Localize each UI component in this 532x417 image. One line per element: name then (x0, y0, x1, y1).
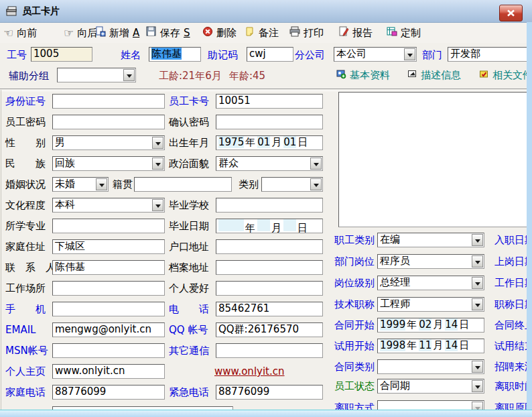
chevron-down-icon[interactable] (310, 158, 322, 170)
window-border-bottom (0, 410, 532, 417)
grade-select[interactable]: 总经理 (377, 276, 484, 290)
political-select[interactable]: 群众 (216, 156, 323, 171)
chevron-down-icon[interactable] (472, 380, 483, 392)
password-field[interactable] (52, 115, 165, 129)
chevron-down-icon[interactable] (472, 277, 483, 289)
home-address-field[interactable]: 下城区 (52, 239, 165, 254)
aux-group-select[interactable] (57, 68, 136, 82)
school-label: 毕业学校 (169, 198, 209, 213)
birth-date-field[interactable]: 1975年01月01日 (216, 135, 323, 150)
grad-year[interactable] (218, 219, 244, 231)
email-label: EMAIL (5, 322, 36, 337)
forward-button[interactable]: ☜ 向前 (3, 25, 37, 41)
customize-grid-icon (387, 26, 397, 40)
homepage-field[interactable]: www.onlyit.cn (52, 364, 165, 379)
chevron-down-icon[interactable] (152, 137, 163, 149)
backward-button[interactable]: ☞ 向后 (64, 25, 97, 41)
homepage-hyperlink[interactable]: www.onlyit.cn (214, 365, 285, 377)
mobile-field[interactable] (52, 302, 165, 316)
school-field[interactable] (216, 198, 323, 213)
related-files-link[interactable]: 相关文件 (479, 68, 532, 82)
ethnic-select[interactable]: 回族 (52, 156, 165, 171)
print-button[interactable]: 打印 (289, 25, 324, 41)
major-field[interactable] (52, 219, 165, 233)
new-record-icon (95, 26, 106, 40)
emp-no-field[interactable]: 1005 (31, 47, 92, 62)
basic-info-link[interactable]: 基本资料 (336, 68, 390, 82)
other-comm-field[interactable] (216, 343, 323, 358)
grad-date-field[interactable]: 年月日 (216, 219, 323, 233)
description-label: 描述信息 (421, 69, 461, 82)
staff-type-select[interactable]: 在编 (377, 233, 484, 247)
probation-start-field[interactable]: 1998年11月14日 (377, 339, 484, 353)
dept-field[interactable]: 开发部 (448, 47, 531, 62)
description-link[interactable]: 描述信息 (407, 68, 461, 82)
contract-type-select[interactable] (377, 359, 484, 374)
report-button[interactable]: 报告 (338, 25, 373, 41)
hobby-field[interactable] (216, 281, 323, 296)
chevron-down-icon[interactable] (96, 178, 107, 190)
contract-start-day[interactable]: 14 (445, 318, 458, 331)
chevron-down-icon[interactable] (472, 255, 483, 267)
emp-status-select[interactable]: 合同期 (377, 379, 484, 394)
customize-button[interactable]: 定制 (387, 25, 421, 41)
detail-panel[interactable] (338, 92, 528, 227)
grad-month[interactable] (257, 219, 270, 231)
related-files-icon (479, 69, 489, 82)
window-border-right (527, 22, 532, 417)
chevron-down-icon[interactable] (310, 178, 322, 190)
contact-field[interactable]: 陈伟基 (52, 260, 165, 275)
contract-start-field[interactable]: 1999年02月14日 (377, 318, 484, 333)
registered-address-label: 户口地址 (169, 239, 209, 254)
chevron-down-icon[interactable] (152, 199, 163, 211)
chevron-down-icon[interactable] (472, 298, 483, 310)
delete-button[interactable]: 删除 (202, 25, 237, 41)
probation-start-day[interactable]: 14 (445, 339, 458, 351)
mnemonic-field[interactable]: cwj (247, 47, 293, 62)
save-button[interactable]: 保存S (146, 25, 190, 41)
grad-day[interactable] (283, 219, 296, 231)
seniority-text: 工龄:21年6月 (159, 68, 222, 83)
birth-day[interactable]: 01 (283, 136, 296, 148)
id-number-field[interactable] (52, 94, 165, 109)
grad-date-label: 毕业日期 (169, 219, 209, 233)
day-unit: 日 (459, 318, 469, 331)
emergency-phone-field[interactable]: 88776099 (216, 385, 323, 400)
phone-field[interactable]: 85462761 (216, 302, 323, 316)
name-field[interactable]: 陈伟基 (149, 47, 201, 62)
registered-address-field[interactable] (216, 239, 323, 254)
memo-button[interactable]: 备注 (245, 25, 279, 41)
archive-address-field[interactable] (216, 260, 323, 275)
tech-title-select[interactable]: 工程师 (377, 297, 484, 312)
chevron-down-icon[interactable] (123, 69, 135, 81)
close-button[interactable] (499, 5, 523, 21)
msn-field[interactable] (52, 343, 165, 358)
new-button[interactable]: 新增A (95, 25, 139, 41)
marital-label: 婚姻状况 (5, 177, 46, 192)
emp-card-field[interactable]: 10051 (216, 94, 323, 109)
contact-label: 联 系 人 (5, 260, 56, 275)
category-select[interactable] (261, 177, 323, 192)
probation-start-year[interactable]: 1998 (380, 339, 405, 351)
contract-type-label: 合同类别 (334, 359, 375, 374)
home-phone-field[interactable]: 88776099 (52, 385, 165, 400)
birth-month[interactable]: 01 (257, 136, 270, 148)
native-place-field[interactable] (134, 177, 232, 192)
gender-select[interactable]: 男 (52, 135, 165, 150)
chevron-down-icon[interactable] (472, 361, 483, 373)
chevron-down-icon[interactable] (152, 158, 163, 170)
position-select[interactable]: 程序员 (377, 254, 484, 269)
education-select[interactable]: 本科 (52, 198, 165, 213)
contract-start-year[interactable]: 1999 (380, 318, 405, 331)
workplace-field[interactable] (52, 281, 165, 296)
qq-field[interactable]: QQ群:26176570 (216, 322, 323, 337)
confirm-password-field[interactable] (216, 115, 323, 129)
marital-select[interactable]: 未婚 (52, 177, 109, 192)
chevron-down-icon[interactable] (472, 234, 483, 246)
branch-select[interactable]: 本公司 (334, 47, 417, 62)
probation-start-month[interactable]: 11 (419, 339, 431, 351)
birth-year[interactable]: 1975 (218, 136, 244, 148)
email-field[interactable]: mengwg@onlyit.cn (52, 322, 165, 337)
contract-start-month[interactable]: 02 (419, 318, 431, 331)
chevron-down-icon[interactable] (404, 48, 415, 60)
